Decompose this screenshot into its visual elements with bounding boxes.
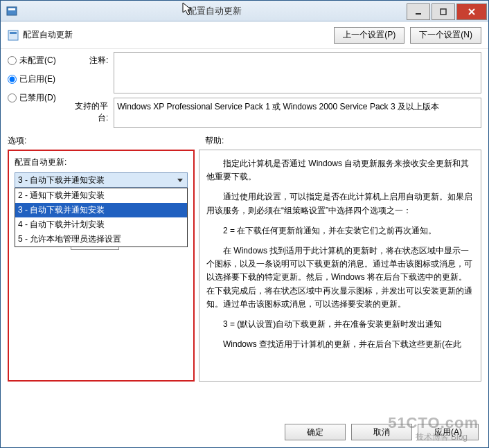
radio-enabled-input[interactable] <box>8 75 17 84</box>
update-mode-combo[interactable]: 3 - 自动下载并通知安装 <box>15 172 188 188</box>
footer: 确定 取消 应用(A) <box>285 424 479 440</box>
help-section-label: 帮助: <box>198 135 481 147</box>
comment-textarea[interactable] <box>114 52 481 93</box>
options-panel: 配置自动更新: 3 - 自动下载并通知安装 2 - 通知下载并通知安装 3 - … <box>8 150 195 382</box>
config-row: 未配置(C) 已启用(E) 已禁用(D) 注释: 支持的平台: Windows … <box>1 49 488 131</box>
policy-title: 配置自动更新 <box>23 29 328 41</box>
radio-disabled-input[interactable] <box>8 93 17 102</box>
state-radio-group: 未配置(C) 已启用(E) 已禁用(D) <box>8 52 70 111</box>
policy-icon <box>8 30 19 41</box>
radio-enabled[interactable]: 已启用(E) <box>8 73 70 85</box>
dropdown-item-5[interactable]: 5 - 允许本地管理员选择设置 <box>15 232 187 247</box>
platform-label: 支持的平台: <box>70 98 114 124</box>
help-p6: Windows 查找适用于计算机的更新，并在后台下载这些更新(在此 <box>206 338 474 351</box>
help-p1: 指定此计算机是否通过 Windows 自动更新服务来接收安全更新和其他重要下载。 <box>206 157 474 183</box>
window-title: 配置自动更新 <box>23 5 407 17</box>
ok-button[interactable]: 确定 <box>285 424 346 440</box>
combo-selected-text: 3 - 自动下载并通知安装 <box>18 174 105 186</box>
radio-unconfigured-input[interactable] <box>8 56 17 65</box>
svg-rect-7 <box>10 32 17 34</box>
minimize-button[interactable] <box>407 3 430 20</box>
dialog-window: 配置自动更新 配置自动更新 上一个设置(P) 下一个设置(N) 未配置(C) 已… <box>0 0 489 448</box>
update-mode-dropdown: 2 - 通知下载并通知安装 3 - 自动下载并通知安装 4 - 自动下载并计划安… <box>15 188 188 247</box>
dropdown-item-2[interactable]: 2 - 通知下载并通知安装 <box>15 188 187 203</box>
radio-unconfigured[interactable]: 未配置(C) <box>8 55 70 66</box>
dropdown-item-3[interactable]: 3 - 自动下载并通知安装 <box>15 203 187 217</box>
platform-box: Windows XP Professional Service Pack 1 或… <box>114 98 481 128</box>
titlebar[interactable]: 配置自动更新 <box>1 1 488 21</box>
close-button[interactable] <box>456 3 487 20</box>
help-p2: 通过使用此设置，可以指定是否在此计算机上启用自动更新。如果启用该服务，则必须在“… <box>206 190 474 217</box>
cancel-button[interactable]: 取消 <box>351 424 412 440</box>
radio-disabled[interactable]: 已禁用(D) <box>8 92 70 104</box>
comment-label: 注释: <box>70 52 114 66</box>
next-setting-button[interactable]: 下一个设置(N) <box>410 27 481 44</box>
combo-label: 配置自动更新: <box>15 156 188 168</box>
radio-unconfigured-label: 未配置(C) <box>19 55 56 66</box>
dropdown-item-4[interactable]: 4 - 自动下载并计划安装 <box>15 217 187 232</box>
prev-setting-button[interactable]: 上一个设置(P) <box>334 27 404 44</box>
svg-rect-1 <box>8 8 15 10</box>
panels: 配置自动更新: 3 - 自动下载并通知安装 2 - 通知下载并通知安装 3 - … <box>1 150 488 382</box>
window-controls <box>407 2 488 20</box>
help-p5: 3 = (默认设置)自动下载更新，并在准备安装更新时发出通知 <box>206 318 474 331</box>
svg-rect-3 <box>441 9 446 15</box>
apply-button[interactable]: 应用(A) <box>418 424 479 440</box>
help-panel: 指定此计算机是否通过 Windows 自动更新服务来接收安全更新和其他重要下载。… <box>199 150 481 382</box>
app-icon <box>6 6 17 17</box>
options-section-label: 选项: <box>8 135 198 147</box>
help-p4: 在 Windows 找到适用于此计算机的更新时，将在状态区域中显示一个图标，以及… <box>206 244 474 311</box>
radio-disabled-label: 已禁用(D) <box>19 92 56 104</box>
combo-wrap: 3 - 自动下载并通知安装 2 - 通知下载并通知安装 3 - 自动下载并通知安… <box>15 172 188 188</box>
radio-enabled-label: 已启用(E) <box>19 73 55 85</box>
section-labels: 选项: 帮助: <box>1 131 488 150</box>
svg-rect-0 <box>7 7 17 15</box>
help-p3: 2 = 在下载任何更新前通知，并在安装它们之前再次通知。 <box>206 224 474 238</box>
header-row: 配置自动更新 上一个设置(P) 下一个设置(N) <box>1 21 488 49</box>
maximize-button[interactable] <box>432 3 455 20</box>
